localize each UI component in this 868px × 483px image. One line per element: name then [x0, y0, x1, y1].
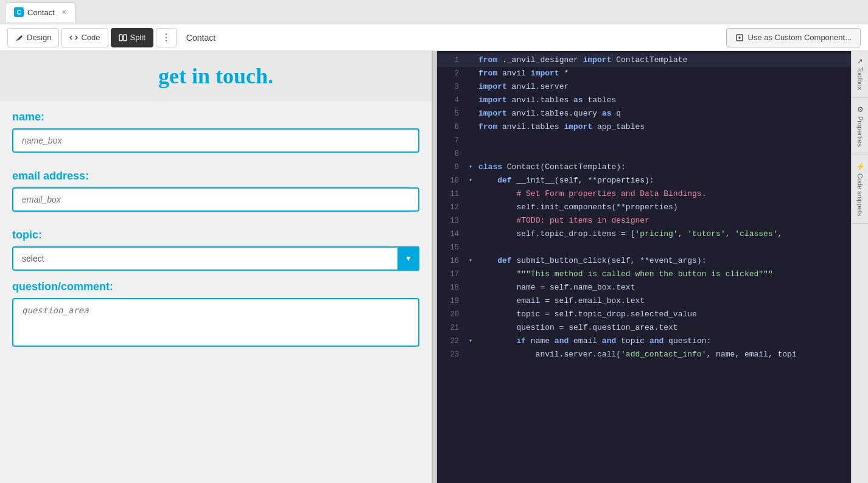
svg-rect-0 — [119, 35, 122, 41]
code-line-12: 12 self.init_components(**properties) — [437, 201, 868, 214]
name-input[interactable] — [12, 128, 419, 153]
code-line-5: 5 import anvil.tables.query as q — [437, 107, 868, 120]
code-line-2: 2 from anvil import * — [437, 67, 868, 80]
code-line-3: 3 import anvil.server — [437, 80, 868, 94]
email-label: email address: — [12, 170, 419, 182]
name-label: name: — [12, 111, 419, 123]
code-line-15: 15 — [437, 241, 868, 254]
main-content: get in touch. name: email address: topic… — [0, 51, 868, 483]
toolbar: Design Code Split ⋮ Contact Use as Custo… — [0, 24, 868, 51]
email-input[interactable] — [12, 187, 419, 212]
page-title: Contact — [186, 33, 215, 43]
code-line-6: 6 from anvil.tables import app_tables — [437, 120, 868, 134]
custom-component-button[interactable]: Use as Custom Component... — [726, 28, 861, 47]
code-panel: 1 from ._anvil_designer import ContactTe… — [437, 51, 868, 483]
code-line-4: 4 import anvil.tables as tables — [437, 94, 868, 107]
page-heading: get in touch. — [12, 63, 419, 89]
email-group: email address: — [12, 170, 419, 221]
code-line-1: 1 from ._anvil_designer import ContactTe… — [437, 54, 868, 67]
code-line-10: 10 ▾ def __init__(self, **properties): — [437, 174, 868, 187]
code-icon — [69, 33, 78, 42]
topic-select-wrapper: select ▼ — [12, 246, 419, 271]
code-line-11: 11 # Set Form properties and Data Bindin… — [437, 187, 868, 201]
properties-icon: ⚙ — [856, 105, 864, 114]
design-icon — [15, 33, 24, 42]
name-group: name: — [12, 111, 419, 162]
design-button[interactable]: Design — [7, 28, 59, 47]
code-editor[interactable]: 1 from ._anvil_designer import ContactTe… — [437, 51, 868, 483]
properties-label: Properties — [856, 116, 864, 147]
code-line-7: 7 — [437, 134, 868, 147]
code-snippets-tab[interactable]: ⚡ Code snippets — [852, 155, 868, 224]
question-group: question/comment: — [12, 280, 419, 349]
toolbox-label: Toolbox — [856, 67, 864, 90]
tab-label: Contact — [27, 8, 55, 17]
custom-component-icon — [735, 33, 744, 42]
svg-rect-1 — [124, 35, 127, 41]
right-side-tabs: ↖ Toolbox ⚙ Properties ⚡ Code snippets — [851, 51, 868, 483]
question-textarea[interactable] — [12, 298, 419, 347]
code-line-18: 18 name = self.name_box.text — [437, 281, 868, 294]
split-icon — [119, 33, 127, 42]
question-label: question/comment: — [12, 280, 419, 293]
toolbox-tab[interactable]: ↖ Toolbox — [852, 51, 868, 98]
toolbox-icon: ↖ — [856, 58, 864, 64]
scroll-divider — [432, 51, 437, 483]
topic-group: topic: select ▼ — [12, 229, 419, 271]
tab-bar: C Contact × — [0, 0, 868, 24]
code-line-14: 14 self.topic_drop.items = ['pricing', '… — [437, 228, 868, 241]
code-line-8: 8 — [437, 147, 868, 161]
code-line-16: 16 ▾ def submit_button_click(self, **eve… — [437, 254, 868, 268]
topic-select[interactable]: select — [12, 246, 419, 271]
form-content: name: email address: topic: select ▼ que… — [0, 101, 432, 366]
code-line-21: 21 question = self.question_area.text — [437, 321, 868, 335]
code-line-22: 22 ▾ if name and email and topic and que… — [437, 335, 868, 348]
code-button[interactable]: Code — [61, 28, 108, 47]
properties-tab[interactable]: ⚙ Properties — [852, 98, 868, 155]
code-line-20: 20 topic = self.topic_drop.selected_valu… — [437, 308, 868, 321]
design-panel: get in touch. name: email address: topic… — [0, 51, 432, 483]
tab-icon: C — [14, 7, 24, 17]
code-line-13: 13 #TODO: put items in designer — [437, 214, 868, 228]
split-button[interactable]: Split — [111, 28, 153, 47]
code-snippets-label: Code snippets — [856, 173, 864, 216]
tab-close-button[interactable]: × — [62, 8, 66, 16]
contact-tab[interactable]: C Contact × — [5, 2, 75, 22]
code-line-19: 19 email = self.email_box.text — [437, 294, 868, 308]
topic-label: topic: — [12, 229, 419, 241]
design-header: get in touch. — [0, 51, 432, 101]
code-line-23: 23 anvil.server.call('add_contact_info',… — [437, 348, 868, 361]
code-line-9: 9 ▾ class Contact(ContactTemplate): — [437, 161, 868, 174]
code-line-17: 17 """This method is called when the but… — [437, 268, 868, 281]
more-button[interactable]: ⋮ — [156, 28, 177, 47]
code-snippets-icon: ⚡ — [856, 162, 864, 171]
